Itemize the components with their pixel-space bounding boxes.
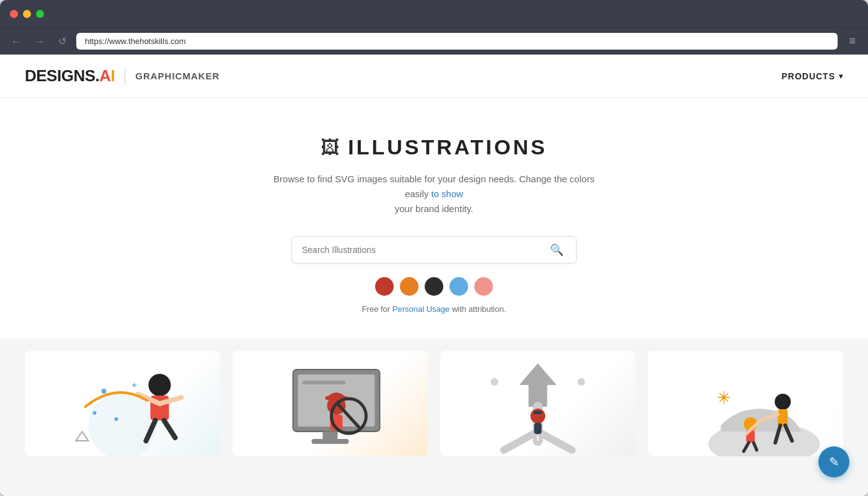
close-button[interactable] [10, 10, 18, 18]
graphicmaker-label: GRAPHICMAKER [135, 71, 219, 81]
search-box: 🔍 [291, 236, 577, 264]
personal-usage-link[interactable]: Personal Usage [392, 304, 450, 314]
hero-subtitle: Browse to find SVG images suitable for y… [260, 172, 608, 216]
products-nav[interactable]: PRODUCTS ▾ [781, 71, 843, 81]
hero-title-row: 🖼 ILLUSTRATIONS [12, 135, 856, 159]
color-swatch-orange[interactable] [400, 277, 418, 296]
page-content: DESIGNS.AI GRAPHICMAKER PRODUCTS ▾ 🖼 ILL… [0, 55, 868, 496]
illustration-svg-1: + + [25, 351, 220, 456]
color-swatch-pink[interactable] [474, 277, 493, 296]
logo-area: DESIGNS.AI GRAPHICMAKER [25, 66, 219, 86]
illustrations-grid: + + [25, 351, 843, 456]
svg-point-26 [531, 409, 546, 423]
color-swatch-black[interactable] [425, 277, 443, 296]
attribution-text: Free for Personal Usage with attribution… [12, 304, 856, 314]
browser-toolbar: ← → ↺ ≡ [0, 27, 868, 55]
illustrations-icon: 🖼 [321, 137, 339, 158]
svg-point-1 [149, 374, 171, 396]
illustration-svg-3 [440, 351, 636, 456]
svg-point-30 [578, 378, 585, 386]
illustrations-section: + + [0, 339, 868, 496]
back-button[interactable]: ← [7, 33, 25, 50]
hero-section: 🖼 ILLUSTRATIONS Browse to find SVG image… [0, 98, 868, 339]
search-icon: 🔍 [550, 244, 564, 256]
main-content: 🖼 ILLUSTRATIONS Browse to find SVG image… [0, 98, 868, 496]
logo-designs: DESIGNS. [25, 66, 99, 85]
color-swatch-red[interactable] [375, 277, 394, 296]
maximize-button[interactable] [36, 10, 44, 18]
svg-rect-16 [312, 439, 349, 444]
svg-rect-28 [534, 423, 542, 434]
illustration-card-4[interactable] [648, 351, 843, 456]
search-button[interactable]: 🔍 [547, 243, 566, 257]
chevron-down-icon: ▾ [839, 72, 843, 81]
logo[interactable]: DESIGNS.AI [25, 66, 115, 86]
site-header: DESIGNS.AI GRAPHICMAKER PRODUCTS ▾ [0, 55, 868, 98]
svg-point-7 [102, 389, 107, 394]
illustration-svg-4 [648, 351, 843, 456]
page-title: ILLUSTRATIONS [348, 135, 547, 159]
svg-line-6 [164, 420, 175, 438]
refresh-button[interactable]: ↺ [55, 33, 70, 50]
svg-rect-22 [303, 381, 346, 384]
illustration-card-3[interactable] [440, 351, 636, 456]
search-input[interactable] [302, 245, 547, 255]
svg-point-29 [491, 378, 498, 386]
floating-action-button[interactable]: ✎ [818, 446, 849, 477]
url-bar[interactable] [76, 33, 838, 50]
svg-rect-27 [534, 411, 542, 414]
attribution-post: with attribution. [450, 304, 506, 314]
svg-rect-15 [323, 432, 338, 440]
search-container: 🔍 [12, 236, 856, 264]
logo-ai-letter: A [99, 66, 110, 85]
browser-menu-button[interactable]: ≡ [844, 32, 861, 50]
svg-point-32 [775, 394, 791, 410]
svg-text:+: + [132, 380, 137, 390]
browser-titlebar [0, 0, 868, 27]
forward-button[interactable]: → [31, 33, 48, 50]
logo-divider [125, 68, 125, 85]
color-swatch-blue[interactable] [450, 277, 468, 296]
traffic-lights [10, 10, 44, 18]
color-swatches [12, 277, 856, 296]
logo-ai-letter2: I [111, 66, 115, 85]
svg-text:+: + [98, 395, 102, 402]
svg-point-8 [93, 411, 97, 415]
svg-rect-23 [303, 388, 334, 391]
svg-marker-10 [76, 432, 89, 441]
show-link[interactable]: to show [431, 188, 463, 199]
products-label: PRODUCTS [781, 71, 835, 81]
edit-icon: ✎ [829, 454, 839, 469]
attribution-pre: Free for [362, 304, 392, 314]
svg-point-9 [115, 417, 118, 421]
illustration-card-1[interactable]: + + [25, 351, 220, 456]
svg-marker-24 [520, 363, 557, 407]
illustration-svg-2 [232, 351, 428, 456]
minimize-button[interactable] [23, 10, 31, 18]
illustration-card-2[interactable] [232, 351, 428, 456]
